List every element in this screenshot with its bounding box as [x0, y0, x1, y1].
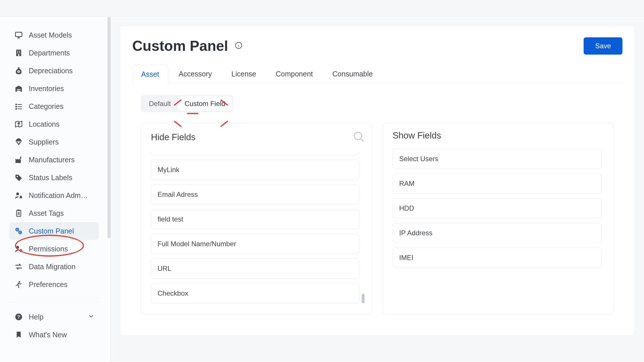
panel-hide-fields: Hide Fields MyLink Email Adress field te… — [141, 123, 372, 315]
panels: Hide Fields MyLink Email Adress field te… — [132, 123, 622, 315]
svg-point-25 — [17, 229, 18, 230]
save-button[interactable]: Save — [584, 37, 622, 55]
sidebar-item-permissions[interactable]: Permissions — [9, 240, 99, 258]
svg-rect-2 — [17, 51, 18, 52]
sidebar: Asset Models Departments $ Depreciations — [0, 16, 111, 362]
factory-icon — [14, 155, 24, 165]
subtab-default[interactable]: Default — [142, 96, 178, 111]
sidebar-item-locations[interactable]: Locations — [9, 115, 99, 133]
subtab-area: Default Custom Field — [132, 84, 622, 112]
field-item[interactable]: MyLink — [151, 160, 359, 180]
field-item[interactable]: IP Address — [393, 223, 602, 243]
panel-title-hide: Hide Fields — [151, 132, 195, 143]
svg-rect-13 — [18, 104, 22, 105]
sidebar-item-departments[interactable]: Departments — [9, 44, 99, 62]
sidebar-item-custom-panel[interactable]: Custom Panel — [9, 222, 99, 240]
sidebar-item-suppliers[interactable]: Suppliers — [9, 133, 99, 151]
field-item[interactable]: RAM — [393, 174, 602, 194]
topbar — [0, 0, 644, 16]
layout: Asset Models Departments $ Depreciations — [0, 16, 644, 362]
hide-fields-list: MyLink Email Adress field test Full Mode… — [151, 152, 359, 303]
sidebar-item-label: Custom Panel — [29, 227, 74, 235]
svg-rect-17 — [18, 109, 22, 109]
clipboard-icon — [14, 208, 24, 218]
sidebar-item-inventories[interactable]: Inventories — [9, 80, 99, 97]
info-icon[interactable] — [235, 42, 242, 50]
sidebar-item-label: Notification Adm… — [29, 191, 88, 200]
sidebar-item-asset-tags[interactable]: Asset Tags — [9, 204, 99, 222]
sidebar-item-notification-admin[interactable]: Notification Adm… — [9, 186, 99, 204]
field-item[interactable]: Full Model Name/Number — [151, 234, 359, 254]
sidebar-item-label: Data Migration — [29, 263, 76, 271]
sidebar-secondary: ? Help What's New — [0, 305, 108, 355]
tab-license[interactable]: License — [223, 64, 265, 83]
parachute-icon — [14, 137, 24, 147]
sidebar-item-data-migration[interactable]: Data Migration — [9, 258, 99, 276]
user-gear-icon — [14, 244, 24, 254]
tag-icon — [14, 173, 24, 182]
main: Custom Panel Save Asset Accessory Licens… — [111, 16, 644, 362]
field-item[interactable]: Email Adress — [151, 184, 359, 205]
building-icon — [14, 48, 24, 58]
field-item[interactable]: Checkbox — [151, 283, 359, 303]
user-bell-icon — [14, 190, 24, 200]
sidebar-item-manufacturers[interactable]: Manufacturers — [9, 151, 99, 169]
sidebar-item-label: Depreciations — [29, 67, 73, 75]
svg-rect-14 — [16, 106, 17, 107]
svg-point-20 — [17, 176, 18, 177]
svg-rect-0 — [16, 32, 22, 36]
subtab-custom-field[interactable]: Custom Field — [178, 96, 232, 111]
svg-rect-19 — [20, 157, 21, 159]
svg-rect-6 — [18, 54, 19, 56]
bookmark-icon — [14, 330, 24, 340]
field-item[interactable]: HDD — [393, 198, 602, 218]
svg-rect-4 — [17, 52, 18, 53]
svg-point-27 — [20, 232, 20, 233]
sidebar-item-depreciations[interactable]: $ Depreciations — [9, 62, 99, 80]
svg-rect-16 — [16, 108, 17, 109]
subtabs: Default Custom Field — [141, 95, 233, 112]
svg-rect-23 — [18, 210, 20, 211]
svg-rect-3 — [19, 51, 20, 52]
sidebar-help[interactable]: ? Help — [9, 308, 99, 326]
svg-point-30 — [20, 250, 21, 251]
search-icon[interactable] — [352, 130, 365, 144]
field-item[interactable]: URL — [151, 259, 359, 279]
svg-rect-12 — [16, 104, 17, 105]
map-pin-icon — [14, 119, 24, 129]
sidebar-item-label: Asset Models — [29, 31, 72, 39]
tabs: Asset Accessory License Component Consum… — [132, 64, 622, 84]
hide-fields-scrollbar[interactable] — [362, 152, 365, 303]
sidebar-item-label: Permissions — [29, 245, 68, 253]
svg-rect-15 — [18, 106, 22, 107]
monitor-icon — [14, 30, 24, 40]
sidebar-item-label: Status Labels — [29, 174, 72, 182]
sidebar-item-categories[interactable]: Categories — [9, 97, 99, 115]
field-item[interactable]: field test — [151, 209, 359, 229]
sidebar-item-label: Departments — [29, 49, 70, 57]
field-item-partial[interactable] — [151, 152, 359, 155]
sidebar-item-preferences[interactable]: Preferences — [9, 276, 99, 293]
tab-consumable[interactable]: Consumable — [323, 64, 382, 83]
sidebar-scrollbar[interactable] — [108, 17, 110, 238]
field-item[interactable]: Select Users — [393, 149, 602, 169]
svg-point-31 — [19, 281, 20, 283]
svg-rect-5 — [19, 52, 20, 53]
help-icon: ? — [14, 312, 24, 322]
svg-text:?: ? — [17, 314, 20, 319]
tab-asset[interactable]: Asset — [132, 65, 168, 84]
field-item[interactable]: IMEI — [393, 248, 602, 268]
sidebar-item-label: Inventories — [29, 84, 64, 93]
sidebar-item-label: Preferences — [29, 280, 68, 289]
svg-rect-11 — [17, 90, 21, 91]
sidebar-item-asset-models[interactable]: Asset Models — [9, 26, 99, 44]
tab-component[interactable]: Component — [267, 64, 322, 83]
nav-list: Asset Models Departments $ Depreciations — [0, 16, 108, 293]
sidebar-item-label: Categories — [29, 102, 64, 111]
sidebar-whats-new[interactable]: What's New — [9, 326, 99, 344]
sidebar-item-status-labels[interactable]: Status Labels — [9, 169, 99, 186]
tab-accessory[interactable]: Accessory — [170, 64, 221, 83]
chevron-down-icon — [88, 313, 94, 321]
sidebar-whats-new-label: What's New — [29, 331, 67, 339]
svg-point-28 — [16, 246, 19, 249]
